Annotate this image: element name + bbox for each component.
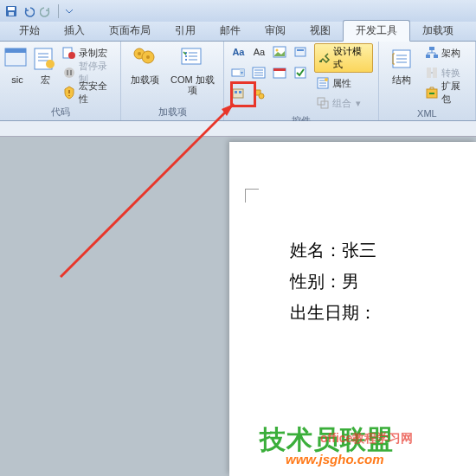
tab-addins[interactable]: 加载项 [410, 21, 466, 41]
structure-button[interactable]: 结构 [384, 43, 420, 102]
date-picker-control-icon[interactable] [271, 64, 288, 81]
tab-insert[interactable]: 插入 [52, 21, 97, 41]
tab-start[interactable]: 开始 [7, 21, 52, 41]
watermark-url: www.jsgho.com [286, 452, 384, 466]
svg-rect-28 [235, 91, 237, 93]
svg-point-30 [259, 93, 264, 99]
macro-security-button[interactable]: 宏安全性 [61, 83, 115, 102]
expand-icon [425, 86, 439, 100]
svg-rect-41 [433, 68, 437, 78]
schema-icon [425, 46, 439, 60]
group-button: 组合▾ [314, 93, 372, 113]
design-mode-button[interactable]: 设计模式 [314, 43, 372, 73]
field-label-name: 姓名： [290, 241, 342, 260]
svg-rect-10 [67, 70, 68, 75]
picture-control-icon[interactable] [271, 43, 288, 61]
group-controls: Aa Aa 设计模式 属性 [224, 42, 378, 120]
ribbon: sic 宏 录制宏 暂停录制 宏安全性 代码 [0, 42, 476, 121]
tab-references[interactable]: 引用 [163, 21, 208, 41]
rich-text-control-icon[interactable]: Aa [229, 43, 247, 61]
svg-rect-2 [9, 12, 14, 16]
svg-rect-37 [429, 47, 434, 50]
quick-access-toolbar [0, 0, 476, 22]
field-value-name: 张三 [342, 241, 376, 260]
com-addins-button[interactable]: COM 加载项 [166, 43, 218, 95]
undo-icon[interactable] [21, 3, 36, 19]
watermark-small: office教程学习网 [320, 431, 413, 447]
svg-point-15 [146, 55, 150, 59]
save-icon[interactable] [3, 3, 19, 19]
more-controls-icon[interactable] [250, 85, 267, 102]
svg-rect-38 [426, 55, 430, 58]
svg-point-33 [325, 78, 328, 81]
tab-review[interactable]: 审阅 [253, 21, 298, 41]
svg-rect-39 [434, 55, 438, 58]
checkbox-control-icon[interactable] [292, 64, 309, 81]
svg-rect-19 [295, 48, 306, 56]
group-code: sic 宏 录制宏 暂停录制 宏安全性 代码 [0, 42, 121, 120]
field-label-dob: 出生日期： [290, 303, 376, 322]
group-label-code: 代码 [5, 104, 115, 120]
visual-basic-button[interactable]: sic [5, 43, 29, 102]
legacy-tools-icon[interactable] [229, 85, 247, 102]
group-xml: 结构 架构 转换 扩展包 XML [379, 42, 476, 120]
svg-rect-40 [427, 68, 431, 78]
svg-rect-1 [8, 7, 15, 10]
crop-mark-icon [245, 189, 259, 203]
group-label-xml: XML [384, 106, 470, 120]
svg-point-14 [138, 52, 141, 55]
schema-button[interactable]: 架构 [423, 43, 470, 62]
tab-layout[interactable]: 页面布局 [97, 21, 163, 41]
ribbon-tabs: 开始 插入 页面布局 引用 邮件 审阅 视图 开发工具 加载项 [0, 22, 476, 42]
svg-rect-27 [233, 89, 243, 98]
horizontal-ruler [0, 121, 476, 137]
addins-button[interactable]: 加载项 [126, 43, 163, 95]
svg-point-9 [64, 68, 74, 78]
design-mode-icon [318, 51, 331, 65]
pause-icon [62, 66, 76, 80]
svg-rect-20 [297, 49, 304, 51]
expansion-pack-button[interactable]: 扩展包 [423, 83, 470, 102]
redo-icon[interactable] [38, 3, 54, 19]
tab-mail[interactable]: 邮件 [208, 21, 253, 41]
svg-rect-31 [319, 61, 322, 62]
building-block-control-icon[interactable] [292, 43, 309, 61]
group-label-addins: 加载项 [126, 104, 218, 120]
svg-rect-25 [273, 68, 286, 71]
qat-dropdown-icon[interactable] [61, 3, 77, 19]
record-icon [62, 46, 76, 60]
svg-rect-4 [5, 48, 26, 53]
tab-developer[interactable]: 开发工具 [343, 20, 410, 42]
transform-icon [425, 66, 439, 80]
svg-rect-29 [239, 91, 241, 93]
svg-point-8 [68, 52, 75, 59]
group-icon [316, 96, 330, 110]
svg-point-6 [46, 60, 55, 68]
plain-text-control-icon[interactable]: Aa [250, 43, 267, 61]
properties-icon [316, 76, 330, 90]
tab-view[interactable]: 视图 [298, 21, 343, 41]
svg-point-18 [276, 49, 279, 52]
dropdown-control-icon[interactable] [250, 64, 267, 81]
field-label-gender: 性别： [290, 272, 342, 291]
svg-rect-11 [70, 70, 72, 75]
field-value-gender: 男 [342, 272, 359, 291]
security-icon [62, 86, 76, 100]
macros-button[interactable]: 宏 [33, 43, 57, 102]
combo-box-control-icon[interactable] [229, 64, 247, 81]
group-addins: 加载项 COM 加载项 加载项 [121, 42, 224, 120]
properties-button[interactable]: 属性 [314, 74, 372, 93]
